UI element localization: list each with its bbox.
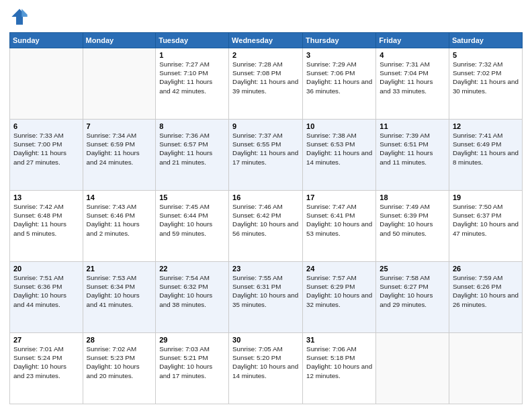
day-number: 23: [232, 265, 299, 273]
day-cell: 23Sunrise: 7:55 AM Sunset: 6:31 PM Dayli…: [229, 262, 303, 333]
day-number: 18: [380, 193, 445, 201]
day-cell: 2Sunrise: 7:28 AM Sunset: 7:08 PM Daylig…: [229, 48, 303, 120]
day-cell: 14Sunrise: 7:43 AM Sunset: 6:46 PM Dayli…: [83, 191, 156, 262]
day-number: 6: [13, 122, 79, 130]
day-number: 4: [380, 51, 445, 59]
day-cell: [83, 48, 156, 120]
day-cell: 29Sunrise: 7:03 AM Sunset: 5:21 PM Dayli…: [156, 333, 229, 404]
day-cell: 26Sunrise: 7:59 AM Sunset: 6:26 PM Dayli…: [449, 262, 522, 333]
day-info: Sunrise: 7:51 AM Sunset: 6:36 PM Dayligh…: [13, 273, 79, 309]
day-info: Sunrise: 7:01 AM Sunset: 5:24 PM Dayligh…: [13, 345, 79, 380]
day-number: 9: [232, 122, 299, 130]
day-cell: 10Sunrise: 7:38 AM Sunset: 6:53 PM Dayli…: [303, 120, 376, 191]
day-number: 7: [87, 122, 152, 130]
day-number: 31: [306, 336, 372, 344]
day-info: Sunrise: 7:29 AM Sunset: 7:06 PM Dayligh…: [306, 60, 372, 95]
day-cell: 5Sunrise: 7:32 AM Sunset: 7:02 PM Daylig…: [449, 48, 522, 120]
day-info: Sunrise: 7:03 AM Sunset: 5:21 PM Dayligh…: [159, 345, 225, 380]
day-cell: [376, 333, 449, 404]
weekday-header-monday: Monday: [83, 33, 156, 48]
day-cell: [449, 333, 522, 404]
day-cell: 30Sunrise: 7:05 AM Sunset: 5:20 PM Dayli…: [229, 333, 303, 404]
day-cell: 18Sunrise: 7:49 AM Sunset: 6:39 PM Dayli…: [376, 191, 449, 262]
day-cell: 11Sunrise: 7:39 AM Sunset: 6:51 PM Dayli…: [376, 120, 449, 191]
weekday-header-wednesday: Wednesday: [229, 33, 303, 48]
day-info: Sunrise: 7:36 AM Sunset: 6:57 PM Dayligh…: [159, 131, 225, 167]
day-cell: 17Sunrise: 7:47 AM Sunset: 6:41 PM Dayli…: [303, 191, 376, 262]
day-info: Sunrise: 7:05 AM Sunset: 5:20 PM Dayligh…: [232, 345, 299, 380]
week-row-1: 1Sunrise: 7:27 AM Sunset: 7:10 PM Daylig…: [10, 48, 523, 120]
day-cell: 16Sunrise: 7:46 AM Sunset: 6:42 PM Dayli…: [229, 191, 303, 262]
day-number: 12: [453, 122, 519, 130]
weekday-header-tuesday: Tuesday: [156, 33, 229, 48]
day-info: Sunrise: 7:41 AM Sunset: 6:49 PM Dayligh…: [453, 131, 519, 167]
day-info: Sunrise: 7:43 AM Sunset: 6:46 PM Dayligh…: [87, 202, 152, 238]
weekday-header-thursday: Thursday: [303, 33, 376, 48]
calendar-body: 1Sunrise: 7:27 AM Sunset: 7:10 PM Daylig…: [10, 48, 523, 404]
day-number: 24: [306, 265, 372, 273]
logo: [9, 7, 32, 27]
day-info: Sunrise: 7:45 AM Sunset: 6:44 PM Dayligh…: [159, 202, 225, 238]
day-number: 17: [306, 193, 372, 201]
day-number: 16: [232, 193, 299, 201]
day-number: 10: [306, 122, 372, 130]
day-number: 25: [380, 265, 445, 273]
day-number: 26: [453, 265, 519, 273]
day-number: 2: [232, 51, 299, 59]
day-cell: 4Sunrise: 7:31 AM Sunset: 7:04 PM Daylig…: [376, 48, 449, 120]
day-cell: 13Sunrise: 7:42 AM Sunset: 6:48 PM Dayli…: [10, 191, 83, 262]
day-info: Sunrise: 7:06 AM Sunset: 5:18 PM Dayligh…: [306, 345, 372, 380]
day-info: Sunrise: 7:57 AM Sunset: 6:29 PM Dayligh…: [306, 273, 372, 309]
weekday-header-friday: Friday: [376, 33, 449, 48]
day-info: Sunrise: 7:28 AM Sunset: 7:08 PM Dayligh…: [232, 60, 299, 95]
day-info: Sunrise: 7:50 AM Sunset: 6:37 PM Dayligh…: [453, 202, 519, 238]
day-cell: 27Sunrise: 7:01 AM Sunset: 5:24 PM Dayli…: [10, 333, 83, 404]
day-info: Sunrise: 7:37 AM Sunset: 6:55 PM Dayligh…: [232, 131, 299, 167]
day-info: Sunrise: 7:27 AM Sunset: 7:10 PM Dayligh…: [159, 60, 225, 95]
day-cell: 22Sunrise: 7:54 AM Sunset: 6:32 PM Dayli…: [156, 262, 229, 333]
day-info: Sunrise: 7:46 AM Sunset: 6:42 PM Dayligh…: [232, 202, 299, 238]
day-number: 30: [232, 336, 299, 344]
day-cell: 24Sunrise: 7:57 AM Sunset: 6:29 PM Dayli…: [303, 262, 376, 333]
day-cell: 3Sunrise: 7:29 AM Sunset: 7:06 PM Daylig…: [303, 48, 376, 120]
day-number: 3: [306, 51, 372, 59]
day-number: 8: [159, 122, 225, 130]
week-row-2: 6Sunrise: 7:33 AM Sunset: 7:00 PM Daylig…: [10, 120, 523, 191]
day-info: Sunrise: 7:42 AM Sunset: 6:48 PM Dayligh…: [13, 202, 79, 238]
day-info: Sunrise: 7:33 AM Sunset: 7:00 PM Dayligh…: [13, 131, 79, 167]
weekday-header-sunday: Sunday: [10, 33, 83, 48]
day-number: 20: [13, 265, 79, 273]
logo-icon: [9, 7, 30, 27]
day-info: Sunrise: 7:59 AM Sunset: 6:26 PM Dayligh…: [453, 273, 519, 309]
week-row-4: 20Sunrise: 7:51 AM Sunset: 6:36 PM Dayli…: [10, 262, 523, 333]
day-info: Sunrise: 7:49 AM Sunset: 6:39 PM Dayligh…: [380, 202, 445, 238]
day-cell: 28Sunrise: 7:02 AM Sunset: 5:23 PM Dayli…: [83, 333, 156, 404]
day-info: Sunrise: 7:47 AM Sunset: 6:41 PM Dayligh…: [306, 202, 372, 238]
day-cell: 8Sunrise: 7:36 AM Sunset: 6:57 PM Daylig…: [156, 120, 229, 191]
weekday-header-saturday: Saturday: [449, 33, 522, 48]
day-info: Sunrise: 7:38 AM Sunset: 6:53 PM Dayligh…: [306, 131, 372, 167]
day-cell: 6Sunrise: 7:33 AM Sunset: 7:00 PM Daylig…: [10, 120, 83, 191]
day-number: 19: [453, 193, 519, 201]
day-cell: 25Sunrise: 7:58 AM Sunset: 6:27 PM Dayli…: [376, 262, 449, 333]
day-info: Sunrise: 7:02 AM Sunset: 5:23 PM Dayligh…: [87, 345, 152, 380]
day-info: Sunrise: 7:34 AM Sunset: 6:59 PM Dayligh…: [87, 131, 152, 167]
day-number: 27: [13, 336, 79, 344]
day-cell: 19Sunrise: 7:50 AM Sunset: 6:37 PM Dayli…: [449, 191, 522, 262]
day-number: 21: [87, 265, 152, 273]
day-info: Sunrise: 7:39 AM Sunset: 6:51 PM Dayligh…: [380, 131, 445, 167]
day-info: Sunrise: 7:55 AM Sunset: 6:31 PM Dayligh…: [232, 273, 299, 309]
day-number: 29: [159, 336, 225, 344]
week-row-5: 27Sunrise: 7:01 AM Sunset: 5:24 PM Dayli…: [10, 333, 523, 404]
day-info: Sunrise: 7:32 AM Sunset: 7:02 PM Dayligh…: [453, 60, 519, 95]
day-number: 14: [87, 193, 152, 201]
day-number: 28: [87, 336, 152, 344]
week-row-3: 13Sunrise: 7:42 AM Sunset: 6:48 PM Dayli…: [10, 191, 523, 262]
day-number: 15: [159, 193, 225, 201]
day-cell: 1Sunrise: 7:27 AM Sunset: 7:10 PM Daylig…: [156, 48, 229, 120]
day-cell: 12Sunrise: 7:41 AM Sunset: 6:49 PM Dayli…: [449, 120, 522, 191]
weekday-header-row: SundayMondayTuesdayWednesdayThursdayFrid…: [10, 33, 523, 48]
day-cell: 31Sunrise: 7:06 AM Sunset: 5:18 PM Dayli…: [303, 333, 376, 404]
day-number: 11: [380, 122, 445, 130]
day-number: 5: [453, 51, 519, 59]
